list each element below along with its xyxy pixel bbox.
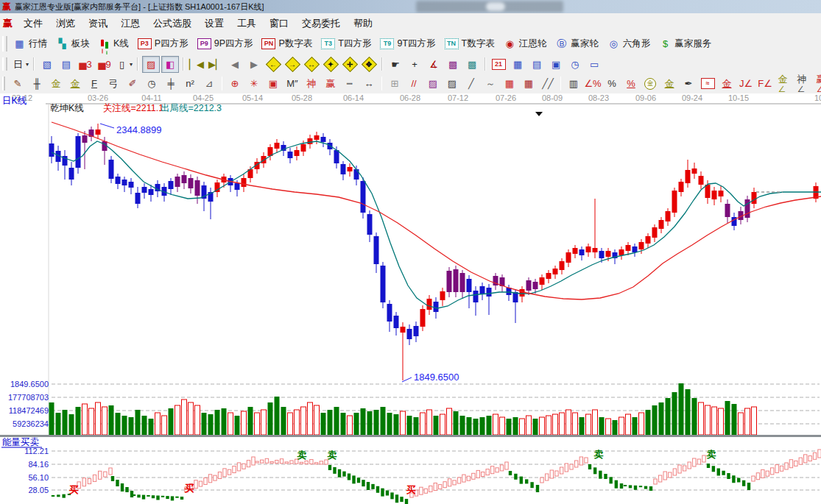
menu-item-3[interactable]: 江恩 [114,14,147,33]
t-table-button[interactable]: TNT数字表 [442,36,499,52]
angle-measure-icon[interactable]: ∡ [425,56,443,73]
gann-pattern-icon[interactable]: ▨ [142,56,160,73]
diamond-right-icon[interactable]: → [283,56,301,73]
gann-shape-teal-icon[interactable]: ▩ [463,56,481,73]
next-bar-icon[interactable]: ▶ [245,56,263,73]
gong-grid-icon[interactable]: 弓 [105,75,122,92]
winner-service-button[interactable]: $赢家服务 [656,36,716,52]
gold-circle-icon[interactable]: 金 [641,75,659,92]
print-icon[interactable]: ▭ [585,56,603,73]
wave-box-icon[interactable]: ≈ [699,75,716,92]
red-grid-box-icon[interactable]: ▦ [501,75,518,92]
compass-icon[interactable]: ⊕ [226,75,244,92]
nine-p-square-button[interactable]: P99P四方形 [194,36,258,52]
ying-grid-icon[interactable]: 赢 [322,75,339,92]
calculator-icon[interactable]: ▦ [509,56,526,73]
indicator-pane-title[interactable]: 能量买卖 [2,437,40,447]
toolbar-grip[interactable] [2,36,7,51]
p-square-button[interactable]: P3P四方形 [135,36,193,52]
percent-icon[interactable]: % [603,75,621,92]
hand-tool-icon[interactable]: ☛ [387,56,404,73]
k-note-icon[interactable]: M″ [283,75,301,92]
bars-3-icon[interactable]: ▅3 [77,56,94,73]
diamond-move-icon[interactable]: ✥ [360,56,378,73]
ruler-123-icon[interactable]: ┉ [341,75,359,92]
quotes-button[interactable]: ▦行情 [10,36,52,52]
trend-pencil-icon[interactable]: ╱ [462,75,480,92]
sync-web-icon[interactable]: ◷ [566,56,584,73]
gold-lines-icon[interactable]: 金 [660,75,678,92]
f-angle-icon[interactable]: F∠ [756,75,774,92]
pattern-window-icon[interactable]: ▧ [38,56,56,73]
menu-item-7[interactable]: 窗口 [263,14,295,33]
shen-angle-icon[interactable]: 神∠ [794,75,812,92]
sectors-button[interactable]: ▚板块 [53,36,94,52]
menu-item-8[interactable]: 交易委托 [295,14,347,33]
slash-lines-icon[interactable]: ╱╱ [539,75,557,92]
diamond-shrink-icon[interactable]: ✦ [322,56,339,73]
gold-under-icon[interactable]: 金 [718,75,736,92]
web-star-icon[interactable]: ✳ [245,75,263,92]
fan-box-purple-icon[interactable]: ▨ [424,75,442,92]
candle-style-dropdown[interactable]: ▯▾ [115,56,133,73]
f-grid-icon[interactable]: F [85,75,103,92]
diamond-left-icon[interactable]: ← [264,56,282,73]
brush-icon[interactable]: ✐ [124,75,141,92]
gann-shape-purple-icon[interactable]: ▩ [444,56,462,73]
gold-angle-icon[interactable]: 金∠ [775,75,793,92]
last-bar-icon[interactable]: ▶▏ [207,56,225,73]
period-day-dropdown[interactable]: 日▾ [11,56,29,73]
prev-bar-icon[interactable]: ◀ [226,56,244,73]
gold-grid-2-icon[interactable]: 金 [66,75,84,92]
menu-item-9[interactable]: 帮助 [347,14,379,33]
report-icon[interactable]: ▤ [57,56,75,73]
gann-wheel-button[interactable]: ◉江恩轮 [501,36,552,52]
hexagon-button[interactable]: ◎六角形 [605,36,655,52]
frame-tool-icon[interactable]: ⊞ [386,75,404,92]
angle-flag-icon[interactable]: ⊿ [200,75,218,92]
menu-item-5[interactable]: 设置 [198,14,230,33]
kline-chart-canvas[interactable]: 03-1203-2604-1104-2505-1405-2806-1406-28… [0,93,821,504]
ying-angle-icon[interactable]: 赢∠ [814,75,821,92]
draw-pen-icon[interactable]: ✎ [9,75,27,92]
j-angle-icon[interactable]: J∠ [737,75,755,92]
toolbar-grip[interactable] [2,77,5,90]
bars-9-icon[interactable]: ▅9 [96,56,113,73]
menu-item-0[interactable]: 文件 [17,14,49,33]
menu-item-2[interactable]: 资讯 [82,14,114,33]
menu-item-4[interactable]: 公式选股 [147,14,198,33]
volume-profile-icon[interactable]: ◧ [161,56,179,73]
time-circle-grid-icon[interactable]: ◷ [143,75,161,92]
toolbar-grip[interactable] [2,57,7,71]
red-grid-box-2-icon[interactable]: ▦ [520,75,538,92]
diamond-compress-icon[interactable]: ✛ [341,56,359,73]
percent-line-icon[interactable]: % [622,75,640,92]
tick-grid-icon[interactable]: ╪ [162,75,180,92]
save-icon[interactable]: ▣ [547,56,565,73]
grid-ticks-icon[interactable]: ╫ [28,75,46,92]
chart-area[interactable]: 03-1203-2604-1104-2505-1405-2806-1406-28… [0,93,821,504]
horizontal-span-icon[interactable]: ↔ [360,75,378,92]
menu-item-1[interactable]: 浏览 [49,14,82,33]
t-square-button[interactable]: T3T四方形 [318,36,376,52]
fan-box-dark-icon[interactable]: ▨ [443,75,461,92]
menu-item-6[interactable]: 工具 [230,14,263,33]
gold-grid-icon[interactable]: 金 [47,75,65,92]
shen-grid-icon[interactable]: 神 [303,75,320,92]
calendar-icon[interactable]: 21 [490,56,507,73]
ink-brush-icon[interactable]: ✒ [680,75,697,92]
title-bar[interactable]: 赢 赢家江恩专业版[赢家内部服务平台] - [上证指数 SH1A0001-167… [0,0,821,13]
p-table-button[interactable]: PNP数字表 [258,36,317,52]
first-bar-icon[interactable]: ▏◀ [188,56,205,73]
nine-t-square-button[interactable]: T99T四方形 [377,36,440,52]
percent-angle-icon[interactable]: ∠% [584,75,602,92]
boxed-web-icon[interactable]: ▣ [264,75,282,92]
winner-wheel-button[interactable]: Ⓑ赢家轮 [552,36,603,52]
kline-button[interactable]: K线 [96,36,133,52]
crosshair-tool-icon[interactable]: + [406,56,423,73]
wave-icon[interactable]: ～ [482,75,499,92]
fan-lines-icon[interactable]: // [405,75,423,92]
notes-icon[interactable]: ▤ [528,56,546,73]
scale-bars-icon[interactable]: ▥ [565,75,582,92]
n2-grid-icon[interactable]: n² [181,75,199,92]
